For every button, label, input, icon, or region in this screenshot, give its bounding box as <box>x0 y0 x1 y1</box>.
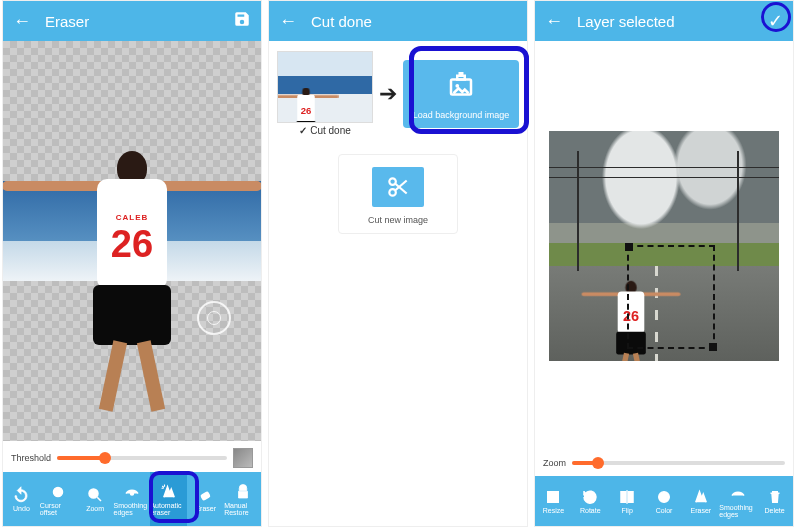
load-background-button[interactable]: Load background image <box>403 60 519 128</box>
topbar: ← Eraser <box>3 1 261 41</box>
zoom-row: Zoom <box>535 450 793 476</box>
jersey-number: 26 <box>111 223 153 266</box>
automatic-eraser-button[interactable]: Automatic eraser <box>150 472 187 526</box>
zoom-slider[interactable] <box>572 461 785 465</box>
page-title: Eraser <box>45 13 233 30</box>
cut-new-image-button[interactable]: Cut new image <box>338 154 458 234</box>
back-icon[interactable]: ← <box>13 11 31 32</box>
svg-point-11 <box>389 189 396 196</box>
cursor-offset-button[interactable]: Cursor offset <box>40 472 77 526</box>
zoom-label: Zoom <box>543 458 566 468</box>
topbar: ← Layer selected ✓ <box>535 1 793 41</box>
resize-button[interactable]: Resize <box>535 476 572 526</box>
smoothing-edges-button[interactable]: Smoothing edges <box>114 472 151 526</box>
eraser-button[interactable]: Eraser <box>187 472 224 526</box>
screen-cut-done: ← Cut done 26 ✓Cut done ➔ <box>268 0 528 527</box>
rotate-button[interactable]: Rotate <box>572 476 609 526</box>
delete-button[interactable]: Delete <box>756 476 793 526</box>
threshold-row: Threshold <box>3 444 261 472</box>
threshold-slider[interactable] <box>57 456 227 460</box>
color-button[interactable]: Color <box>646 476 683 526</box>
canvas[interactable]: 26 <box>535 41 793 450</box>
zoom-button[interactable]: Zoom <box>77 472 114 526</box>
undo-button[interactable]: Undo <box>3 472 40 526</box>
svg-rect-16 <box>629 492 634 503</box>
threshold-label: Threshold <box>11 453 51 463</box>
bottom-toolbar: Resize Rotate Flip Color Eraser Smoothin… <box>535 476 793 526</box>
screen-eraser: ← Eraser CALEB 26 <box>2 0 262 527</box>
svg-point-1 <box>57 490 60 493</box>
page-title: Layer selected <box>577 13 768 30</box>
svg-rect-7 <box>201 492 210 500</box>
confirm-icon[interactable]: ✓ <box>768 10 783 32</box>
cursor-ring <box>197 301 231 335</box>
flip-button[interactable]: Flip <box>609 476 646 526</box>
svg-line-3 <box>97 497 101 501</box>
bottom-toolbar: Undo Cursor offset Zoom Smoothing edges … <box>3 472 261 526</box>
smoothing-edges-button[interactable]: Smoothing edges <box>719 476 756 526</box>
eraser-button[interactable]: Eraser <box>682 476 719 526</box>
topbar: ← Cut done <box>269 1 527 41</box>
jersey-name: CALEB <box>116 213 149 222</box>
page-title: Cut done <box>311 13 517 30</box>
back-icon[interactable]: ← <box>279 11 297 32</box>
manual-restore-button[interactable]: Manual Restore <box>224 472 261 526</box>
cut-done-label: ✓Cut done <box>277 125 373 136</box>
back-icon[interactable]: ← <box>545 11 563 32</box>
canvas[interactable]: CALEB 26 <box>3 41 261 444</box>
svg-point-10 <box>389 178 396 185</box>
svg-rect-15 <box>621 492 626 503</box>
arrow-icon: ➔ <box>379 81 397 107</box>
color-swatch[interactable] <box>233 448 253 468</box>
selection-box[interactable] <box>627 245 715 349</box>
svg-point-6 <box>131 492 134 495</box>
cutout-thumbnail[interactable]: 26 <box>277 51 373 123</box>
scissors-icon <box>372 167 424 207</box>
screen-layer-selected: ← Layer selected ✓ 26 Zoom <box>534 0 794 527</box>
save-icon[interactable] <box>233 10 251 33</box>
